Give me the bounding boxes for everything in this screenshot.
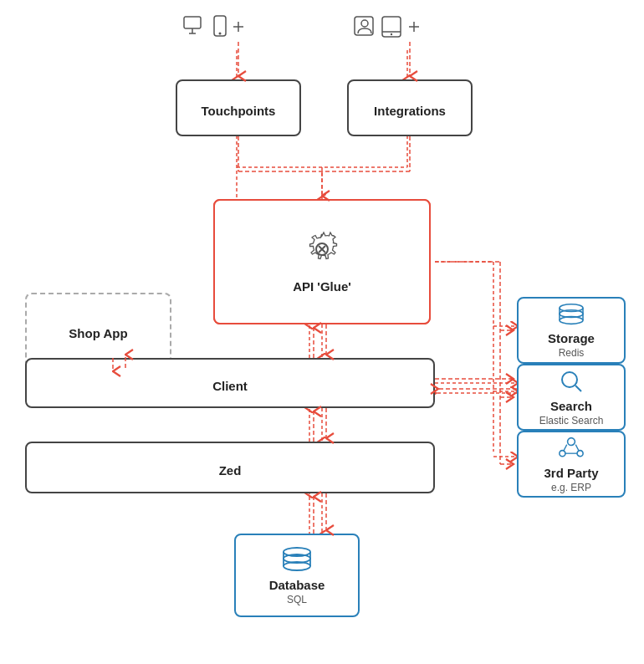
integrations-icons	[353, 15, 422, 38]
touchpoints-box: Touchpoints	[176, 79, 301, 136]
api-gear-icon	[304, 231, 340, 268]
svg-point-50	[577, 450, 583, 456]
svg-line-47	[575, 386, 581, 391]
svg-rect-21	[184, 17, 201, 28]
svg-line-51	[564, 444, 567, 450]
search-sublabel: Elastic Search	[539, 415, 604, 426]
shop-app-label: Shop App	[69, 326, 127, 340]
third-party-sublabel: e.g. ERP	[551, 482, 591, 493]
person-icon	[353, 15, 376, 38]
architecture-diagram: Touchpoints Integrations API 'Glue' Shop…	[0, 0, 644, 664]
database-sublabel: SQL	[287, 594, 307, 605]
search-label: Search	[550, 399, 592, 413]
shop-app-box: Shop App	[25, 293, 171, 368]
mobile-icon	[212, 15, 227, 38]
database-icon	[280, 546, 314, 573]
integrations-label: Integrations	[374, 104, 446, 118]
desktop-icon	[182, 15, 209, 38]
client-label: Client	[212, 379, 248, 393]
svg-line-52	[575, 444, 579, 450]
third-party-icon	[556, 436, 586, 461]
database-box: Database SQL	[234, 534, 360, 617]
touchpoints-label: Touchpoints	[202, 104, 276, 118]
integrations-box: Integrations	[347, 79, 473, 136]
storage-sublabel: Redis	[559, 347, 585, 359]
svg-point-48	[568, 437, 575, 445]
third-party-box: 3rd Party e.g. ERP	[517, 431, 626, 498]
svg-point-32	[391, 33, 392, 35]
svg-point-49	[560, 450, 565, 456]
search-box: Search Elastic Search	[517, 364, 626, 431]
touchpoints-icons	[182, 15, 246, 38]
svg-point-25	[219, 33, 222, 35]
storage-label: Storage	[548, 331, 595, 345]
database-label: Database	[269, 578, 325, 592]
api-glue-label-2: API 'Glue'	[293, 279, 351, 294]
plus-icon-integrations	[406, 19, 422, 34]
zed-box: Zed	[25, 442, 435, 493]
storage-icon	[556, 303, 586, 326]
storage-box: Storage Redis	[517, 297, 626, 364]
api-glue-box-2: API 'Glue'	[213, 199, 431, 324]
client-box: Client	[25, 358, 435, 408]
tablet-icon	[380, 15, 403, 38]
svg-point-46	[562, 372, 577, 387]
svg-rect-28	[355, 17, 373, 35]
zed-label: Zed	[219, 463, 242, 478]
search-icon	[559, 369, 584, 394]
third-party-label: 3rd Party	[544, 466, 598, 480]
svg-point-29	[361, 20, 368, 27]
plus-icon-touchpoints	[231, 19, 246, 34]
